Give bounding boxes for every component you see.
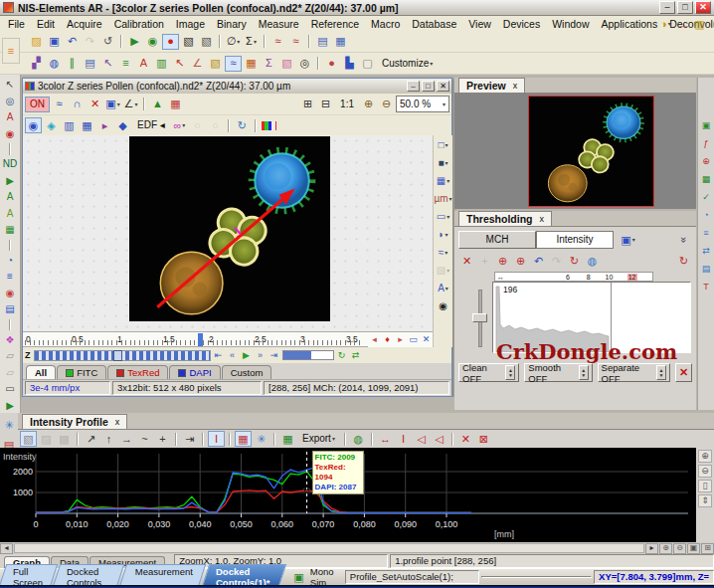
chart-zoom-out-icon[interactable]: ⊖: [698, 465, 712, 478]
h-stripes-icon[interactable]: ▤: [2, 302, 18, 317]
capture-icon[interactable]: ◉: [144, 34, 161, 50]
smooth-control[interactable]: Smooth OFF▲▼: [524, 363, 592, 382]
z-prev-icon[interactable]: «: [226, 348, 240, 362]
single-view-icon[interactable]: ◉: [25, 117, 42, 133]
strip-fx-icon[interactable]: ƒ: [699, 137, 713, 150]
excel-export-icon[interactable]: ▦: [279, 431, 296, 447]
revert-icon[interactable]: ↺: [99, 34, 116, 50]
menu-edit[interactable]: Edit: [31, 18, 61, 30]
graph-mode-icon[interactable]: ▧: [20, 431, 37, 447]
hzoom-out-icon[interactable]: ⊖: [673, 543, 686, 554]
z-last-icon[interactable]: ⇥: [268, 348, 281, 362]
jump-arrow-icon[interactable]: →: [674, 16, 691, 32]
fit-width-icon[interactable]: ⊟: [317, 97, 334, 112]
zoom-roi-icon[interactable]: ◉: [2, 127, 18, 142]
horizontal-ruler[interactable]: 00.511.522.533.54 ◂♦▸▭✕: [23, 331, 433, 347]
ruler-prev-icon[interactable]: ◂: [368, 333, 381, 346]
record-icon[interactable]: ●: [162, 34, 179, 50]
thresholding-close-icon[interactable]: x: [540, 214, 545, 224]
separate-spinner[interactable]: ▲▼: [656, 365, 666, 380]
line-diagonal-icon[interactable]: ↗: [83, 431, 99, 447]
z-loop-icon[interactable]: ↻: [335, 348, 349, 362]
tiled-view-icon[interactable]: ▦: [79, 117, 95, 133]
lut-on-icon[interactable]: ON: [25, 97, 50, 112]
square-outline-icon[interactable]: □▾: [436, 137, 451, 152]
refresh-icon[interactable]: ↻: [234, 117, 251, 133]
menu-file[interactable]: File: [2, 18, 31, 30]
record-dot-icon[interactable]: ●: [323, 56, 340, 72]
h-dot-icon[interactable]: ◉: [2, 287, 18, 301]
strip-text-icon[interactable]: T: [699, 281, 713, 294]
ruler-close-icon[interactable]: ✕: [420, 333, 433, 346]
pink-cube-icon[interactable]: ▧: [278, 56, 295, 72]
copy-doc-icon[interactable]: ▱: [2, 349, 18, 364]
menu-macro[interactable]: Macro: [365, 18, 406, 30]
slices-view-icon[interactable]: ▥: [61, 117, 78, 133]
graph-mode2-icon[interactable]: ▨: [38, 431, 55, 447]
redo-threshold-icon[interactable]: ↷: [548, 253, 565, 269]
tab-dapi[interactable]: DAPI: [169, 365, 220, 379]
strip-grid-icon[interactable]: ▦: [699, 173, 713, 186]
cross-lines-icon[interactable]: +: [154, 431, 171, 447]
mono-sim-icon[interactable]: ▣: [290, 569, 307, 585]
pin-flag-icon[interactable]: ▸: [96, 117, 113, 133]
crop-icon[interactable]: ▭: [2, 382, 18, 397]
bean-roi-icon[interactable]: ◗▾: [436, 227, 451, 242]
paste-doc-icon[interactable]: ▱: [2, 365, 18, 380]
picker-point-icon[interactable]: ⊕: [494, 253, 511, 269]
folder-chart-icon[interactable]: ▧: [207, 56, 224, 72]
minimize-button[interactable]: –: [659, 1, 675, 14]
lut-play-icon[interactable]: ≈: [51, 97, 68, 112]
open-icon[interactable]: ▨: [28, 34, 45, 50]
fit-h-icon[interactable]: ▣: [687, 543, 700, 554]
filled-square-icon[interactable]: ■▾: [436, 155, 451, 170]
curve-red-icon[interactable]: ≈: [269, 34, 286, 50]
dock-gear-icon[interactable]: ✳: [1, 417, 18, 433]
pointer-red-icon[interactable]: ↖: [171, 56, 188, 72]
range-height-icon[interactable]: I: [395, 431, 412, 447]
export-button[interactable]: Export▾: [297, 431, 340, 447]
smooth-spinner[interactable]: ▲▼: [579, 365, 589, 380]
capture-a-icon[interactable]: A: [2, 190, 18, 205]
channel-grid-icon[interactable]: ▦: [167, 97, 184, 112]
nd-acquisition-icon[interactable]: ND: [0, 157, 22, 172]
menu-acquire[interactable]: Acquire: [61, 18, 108, 30]
menu-database[interactable]: Database: [406, 18, 462, 30]
zoom-level-select[interactable]: 50.0 %▾: [396, 96, 449, 112]
separate-control[interactable]: Separate OFF▲▼: [598, 363, 670, 382]
reset-threshold-button[interactable]: ✕: [675, 363, 692, 382]
z-slider[interactable]: [34, 350, 211, 361]
link1-icon[interactable]: ○: [189, 117, 206, 133]
tab-custom[interactable]: Custom: [222, 365, 272, 379]
intensity-mode-button[interactable]: Intensity: [536, 231, 614, 249]
mirror-view-icon[interactable]: ◈: [43, 117, 60, 133]
profile-close-icon[interactable]: x: [115, 417, 120, 427]
ruler-position-marker[interactable]: [198, 333, 203, 346]
sum-icon[interactable]: Σ▾: [243, 34, 260, 50]
intensity-profile-tab[interactable]: Intensity Profile x: [22, 414, 127, 429]
doc-minimize-button[interactable]: –: [407, 81, 420, 92]
volume-view-icon[interactable]: ◆: [114, 117, 131, 133]
strip-measure-icon[interactable]: ▣: [699, 119, 713, 132]
chart-scroll-icon[interactable]: ⇕: [698, 494, 712, 507]
play-last-icon[interactable]: ▶: [2, 399, 18, 414]
customize-button[interactable]: Customize▾: [377, 56, 438, 72]
preview-tab[interactable]: Preview x: [458, 78, 525, 93]
tiles-icon[interactable]: ▦: [243, 56, 260, 72]
move-left2-icon[interactable]: ◁: [431, 431, 447, 447]
z-first-icon[interactable]: ⇤: [212, 348, 226, 362]
fit-all-icon[interactable]: ⊞: [701, 543, 714, 554]
color-wheel-icon[interactable]: ❖: [2, 332, 18, 347]
line-horizontal-icon[interactable]: →: [118, 431, 135, 447]
expand-chevron-icon[interactable]: »: [676, 232, 692, 249]
tab-all[interactable]: All: [26, 365, 56, 379]
chart-lines-icon[interactable]: ∠: [189, 56, 206, 72]
threshold-ruler[interactable]: ↔ 6 8 10 12: [494, 272, 653, 282]
range-width-icon[interactable]: ↔: [377, 431, 394, 447]
tab-fitc[interactable]: FITC: [57, 365, 106, 379]
play-sequence-icon[interactable]: ▶: [2, 173, 18, 188]
zoom-out-icon[interactable]: ⊖: [378, 97, 395, 112]
zoom-1to1-button[interactable]: 1:1: [335, 97, 359, 112]
text-a-icon[interactable]: A▾: [436, 281, 451, 295]
grid-toggle-icon[interactable]: ▦: [235, 431, 252, 447]
